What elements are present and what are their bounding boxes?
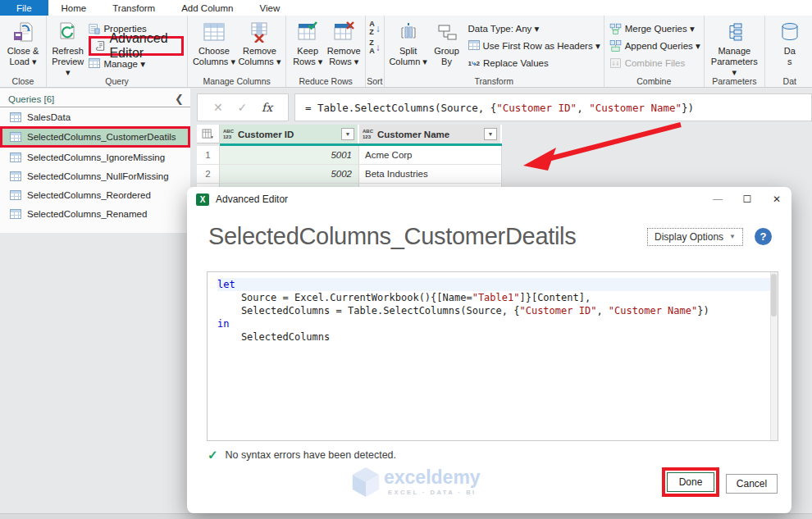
annotation-arrow	[509, 113, 697, 183]
close-load-button[interactable]: Close & Load ▾	[3, 18, 43, 67]
formula-bar: ✕ ✓ fx = Table.SelectColumns(Source, {"C…	[197, 93, 812, 121]
ribbon-group-parameters: Manage Parameters ▾ Parameters	[705, 16, 765, 87]
data-source-settings-button[interactable]: Da s	[769, 18, 811, 67]
combine-files-button[interactable]: Combine Files	[609, 55, 700, 71]
ribbon-group-transform: Split Column ▾ Group By Data Type: Any ▾…	[385, 16, 604, 87]
ribbon-group-label-query: Query	[47, 76, 187, 86]
group-by-icon	[436, 20, 458, 44]
ribbon-group-data-sources: Da s Dat	[765, 16, 812, 87]
query-item-selected[interactable]: SelectedColumns_CustomerDeatils	[0, 126, 190, 148]
sort-descending-button[interactable]: ZA↓	[369, 39, 381, 55]
selected-column-indicator	[220, 143, 502, 146]
ribbon-group-sort: AZ↓ ZA↓ Sort	[366, 16, 385, 87]
choose-columns-button[interactable]: Choose Columns ▾	[191, 18, 237, 67]
table-row[interactable]: 1 5001 Acme Corp	[197, 146, 502, 165]
cell-customer-id[interactable]: 5002	[220, 165, 359, 184]
split-column-button[interactable]: Split Column ▾	[388, 18, 429, 67]
refresh-preview-button[interactable]: Refresh Preview ▾	[50, 18, 85, 78]
column-header-customer-id[interactable]: ABC123 Customer ID ▼	[220, 125, 359, 143]
split-column-icon	[398, 20, 419, 44]
keep-rows-icon	[297, 20, 318, 44]
manage-button[interactable]: Manage ▾	[89, 56, 184, 71]
tab-add-column[interactable]: Add Column	[168, 0, 246, 16]
close-load-icon	[12, 20, 34, 44]
query-item[interactable]: SalesData	[0, 107, 190, 126]
tab-file[interactable]: File	[0, 0, 48, 16]
append-queries-button[interactable]: Append Queries ▾	[609, 38, 700, 53]
replace-values-button[interactable]: 1⤷2 Replace Values	[468, 55, 600, 71]
tab-view[interactable]: View	[247, 0, 294, 16]
keep-rows-button[interactable]: Keep Rows ▾	[290, 18, 326, 67]
query-item[interactable]: SelectedColumns_Renamed	[0, 204, 190, 223]
remove-columns-button[interactable]: Remove Columns ▾	[237, 18, 283, 67]
query-table-icon	[10, 153, 21, 162]
query-item[interactable]: SelectedColumns_NullForMissing	[0, 166, 190, 185]
advanced-editor-annotation: Advanced Editor	[89, 36, 184, 56]
use-first-row-button[interactable]: Use First Row as Headers ▾	[468, 38, 600, 53]
data-source-settings-icon	[780, 20, 800, 44]
close-icon[interactable]: ✕	[762, 187, 791, 212]
exceldemy-logo-icon	[351, 466, 381, 499]
cell-customer-id[interactable]: 5001	[220, 146, 359, 165]
query-table-icon	[10, 112, 21, 122]
merge-queries-button[interactable]: Merge Queries ▾	[609, 20, 700, 36]
maximize-icon[interactable]: ☐	[732, 187, 762, 212]
collapse-pane-icon[interactable]: ❮	[175, 93, 184, 104]
ribbon-tab-bar: File Home Transform Add Column View	[0, 0, 812, 16]
remove-columns-icon	[249, 20, 270, 44]
done-button[interactable]: Done	[667, 472, 714, 492]
chevron-down-icon: ▼	[729, 233, 736, 240]
tab-home[interactable]: Home	[48, 0, 100, 16]
syntax-ok-check-icon: ✓	[208, 448, 218, 462]
filter-dropdown-icon[interactable]: ▼	[484, 128, 497, 140]
display-options-dropdown[interactable]: Display Options ▼	[647, 228, 743, 246]
query-item[interactable]: SelectedColumns_IgnoreMissing	[0, 148, 190, 166]
cell-customer-name[interactable]: Beta Industries	[359, 165, 502, 184]
query-table-icon	[10, 132, 21, 142]
dialog-title-bar: X Advanced Editor — ☐ ✕	[187, 187, 791, 212]
advanced-editor-icon	[94, 40, 106, 52]
code-scrollbar[interactable]	[770, 272, 778, 440]
manage-parameters-button[interactable]: Manage Parameters ▾	[708, 18, 761, 78]
data-type-button[interactable]: Data Type: Any ▾	[468, 20, 600, 36]
cancel-button[interactable]: Cancel	[726, 474, 778, 494]
help-icon[interactable]: ?	[755, 228, 772, 245]
use-first-row-icon	[468, 40, 480, 52]
properties-icon	[89, 23, 100, 34]
ribbon-group-combine: Merge Queries ▾ Append Queries ▾ Combine…	[604, 16, 705, 87]
group-by-button[interactable]: Group By	[429, 18, 465, 67]
row-number: 1	[197, 146, 220, 165]
excel-icon: X	[196, 193, 209, 206]
query-table-icon	[10, 171, 21, 181]
queries-pane-title: Queries [6]	[8, 94, 54, 104]
combine-files-icon	[609, 57, 622, 69]
row-number: 2	[197, 165, 220, 184]
commit-formula-icon[interactable]: ✓	[237, 101, 247, 114]
refresh-icon	[57, 20, 79, 44]
table-row[interactable]: 2 5002 Beta Industries	[197, 165, 502, 184]
manage-parameters-icon	[723, 20, 745, 44]
queries-pane: Queries [6] ❮ SalesData SelectedColumns_…	[0, 89, 190, 233]
ribbon-group-query: Refresh Preview ▾ Properties Advanced Ed…	[47, 16, 188, 87]
sort-ascending-button[interactable]: AZ↓	[369, 20, 381, 36]
tab-transform[interactable]: Transform	[99, 0, 168, 16]
cancel-formula-icon[interactable]: ✕	[213, 101, 223, 114]
fx-icon: fx	[262, 101, 272, 114]
m-code-editor[interactable]: let Source = Excel.CurrentWorkbook(){[Na…	[207, 271, 778, 441]
ribbon: Close & Load ▾ Close Refresh Preview ▾ P…	[0, 16, 812, 88]
data-type-icon: ABC123	[223, 129, 234, 139]
table-corner-icon	[202, 129, 214, 139]
ribbon-group-manage-columns: Choose Columns ▾ Remove Columns ▾ Manage…	[188, 16, 286, 87]
query-table-icon	[10, 190, 21, 200]
column-header-customer-name[interactable]: ABC123 Customer Name ▼	[359, 125, 502, 143]
merge-queries-icon	[609, 23, 622, 34]
query-item[interactable]: SelectedColumns_Reordered	[0, 185, 190, 204]
filter-dropdown-icon[interactable]: ▼	[341, 128, 354, 140]
minimize-icon[interactable]: —	[703, 187, 732, 212]
query-name-heading: SelectedColumns_CustomerDeatils	[208, 223, 576, 250]
select-all-button[interactable]	[197, 125, 220, 143]
replace-values-icon: 1⤷2	[468, 58, 481, 68]
cell-customer-name[interactable]: Acme Corp	[359, 146, 502, 165]
syntax-status-text: No syntax errors have been detected.	[226, 449, 396, 461]
remove-rows-button[interactable]: Remove Rows ▾	[326, 18, 362, 67]
